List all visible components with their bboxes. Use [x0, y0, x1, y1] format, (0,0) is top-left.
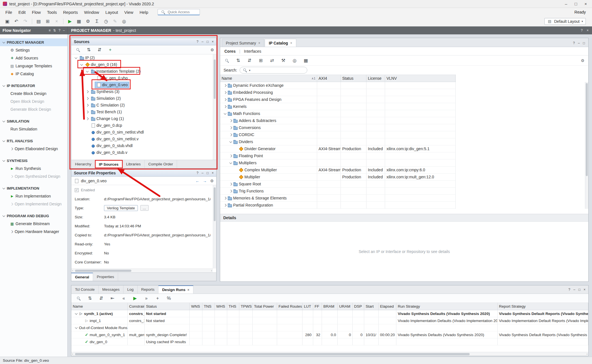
nav-help-icon[interactable]: ?: [59, 28, 61, 32]
panel-minimize-icon[interactable]: –: [202, 171, 204, 175]
nav-scroll-icon[interactable]: ⇅: [53, 28, 56, 32]
panel-close-icon[interactable]: ×: [212, 40, 214, 44]
panel-minimize-icon[interactable]: –: [578, 41, 580, 45]
runs-reset-icon[interactable]: ⇤: [108, 295, 117, 302]
nav-open-hardware-manager[interactable]: Open Hardware Manager: [0, 228, 67, 236]
toolbar-icon[interactable]: [32, 19, 32, 24]
expander-icon[interactable]: [85, 89, 89, 94]
sources-search-icon[interactable]: [74, 46, 83, 54]
ip-details-view-icon[interactable]: ▦: [301, 57, 310, 64]
column-lut[interactable]: LUT: [302, 303, 313, 310]
expander-icon[interactable]: [74, 311, 78, 316]
context-help-icon[interactable]: ?: [581, 28, 583, 32]
ip-search-input[interactable]: ▾: [240, 67, 307, 74]
runs-collapse-all-icon[interactable]: ⇅: [85, 295, 94, 302]
nav-minimize-icon[interactable]: –: [63, 28, 65, 32]
column-tns[interactable]: TNS: [202, 303, 215, 310]
column-total-power[interactable]: Total Power: [253, 303, 277, 310]
board-icon[interactable]: ▦: [74, 18, 83, 25]
expander-icon[interactable]: [223, 97, 227, 102]
ip-catalog-row[interactable]: Multipliers: [220, 159, 456, 167]
tab-interfaces[interactable]: Interfaces: [244, 49, 261, 54]
nav-settings[interactable]: Settings: [0, 46, 67, 54]
panel-maximize-icon[interactable]: □: [583, 41, 585, 45]
source-tree-item[interactable]: IP (2): [71, 54, 213, 61]
column-start[interactable]: Start: [364, 303, 379, 310]
runs-search-icon[interactable]: [74, 295, 83, 302]
tab-reports[interactable]: Reports: [138, 285, 158, 294]
column-run-strategy[interactable]: Run Strategy: [396, 303, 498, 310]
nav-section-rtl-analysis[interactable]: RTL ANALYSIS: [0, 137, 67, 145]
panel-help-icon[interactable]: ?: [196, 40, 198, 44]
runs-step-forward-icon[interactable]: »: [142, 295, 151, 302]
source-tree-item[interactable]: div_gen_0_sim_netlist.v: [71, 136, 213, 142]
panel-maximize-icon[interactable]: □: [207, 171, 209, 175]
menu-edit[interactable]: Edit: [15, 8, 29, 16]
tab-ip-sources[interactable]: IP Sources: [95, 160, 123, 168]
nav-generate-bitstream[interactable]: Generate Bitstream: [0, 220, 67, 228]
column-wns[interactable]: WNS: [190, 303, 202, 310]
expander-icon[interactable]: [85, 69, 89, 74]
expander-icon[interactable]: [223, 111, 227, 116]
column-status[interactable]: Status: [145, 303, 190, 310]
gear-icon[interactable]: ⚙: [210, 179, 214, 183]
gear-icon[interactable]: ⚙: [581, 58, 584, 63]
ip-catalog-row[interactable]: Conversions: [220, 124, 456, 131]
column-report-strategy[interactable]: Report Strategy: [498, 303, 588, 310]
expander-icon[interactable]: [74, 56, 78, 60]
ip-catalog-row[interactable]: Complex Multiplier AXI4-Stream Productio…: [220, 167, 456, 174]
runs-expand-all-icon[interactable]: ⇵: [97, 295, 106, 302]
ip-catalog-row[interactable]: Partial Reconfiguration: [220, 202, 456, 209]
tab-hierarchy[interactable]: Hierarchy: [71, 160, 95, 168]
window-minimize-button[interactable]: –: [565, 1, 567, 6]
nav-section-ip-integrator[interactable]: IP INTEGRATOR: [0, 82, 67, 90]
column-elapsed[interactable]: Elapsed: [379, 303, 396, 310]
design-run-row[interactable]: div_gen_0 Using cached IP results: [71, 338, 588, 345]
column-ths[interactable]: THS: [227, 303, 239, 310]
tab-properties[interactable]: Properties: [93, 273, 118, 281]
gear-icon[interactable]: ⚙: [210, 48, 214, 52]
ip-catalog-row[interactable]: FPGA Features and Design: [220, 96, 456, 103]
source-tree-item[interactable]: div_gen_0_stub.vhdl: [71, 142, 213, 149]
menu-reports[interactable]: Reports: [60, 8, 81, 16]
sources-collapse-all-icon[interactable]: ⇅: [84, 46, 93, 54]
design-run-row[interactable]: Out-of-Context Module Runs: [71, 324, 588, 331]
expander-icon[interactable]: [79, 62, 84, 67]
nav-open-implemented-design[interactable]: Open Implemented Design: [0, 200, 67, 208]
column-uram[interactable]: URAM: [338, 303, 353, 310]
design-runs-hscrollbar[interactable]: ‹›: [71, 352, 588, 356]
nav-open-block-design[interactable]: Open Block Design: [0, 97, 67, 105]
nav-ip-catalog[interactable]: IP Catalog: [0, 70, 67, 78]
report-icon[interactable]: ▤: [34, 18, 43, 25]
runs-create-icon[interactable]: +: [153, 295, 162, 302]
tab-tcl-console[interactable]: Tcl Console: [71, 285, 99, 294]
column-bram[interactable]: BRAM: [322, 303, 338, 310]
menu-layout[interactable]: Layout: [102, 8, 121, 16]
sum-icon[interactable]: Σ: [92, 18, 101, 25]
nav-run-implementation[interactable]: Run Implementation: [0, 192, 67, 200]
column-ff[interactable]: FF: [313, 303, 322, 310]
copy-icon[interactable]: ⊞: [43, 18, 52, 25]
save-icon[interactable]: ▣: [3, 18, 12, 25]
properties-hscrollbar[interactable]: ‹›: [71, 268, 213, 272]
back-arrow-icon[interactable]: ←: [195, 179, 199, 183]
ip-catalog-row[interactable]: Embedded Processing: [220, 89, 456, 96]
sources-add-icon[interactable]: +: [106, 46, 115, 54]
menu-flow[interactable]: Flow: [29, 8, 44, 16]
menu-help[interactable]: Help: [136, 8, 151, 16]
expander-icon[interactable]: [228, 161, 233, 165]
window-close-button[interactable]: ×: [584, 1, 587, 6]
ip-catalog-row[interactable]: Square Root: [220, 181, 456, 188]
nav-section-implementation[interactable]: IMPLEMENTATION: [0, 184, 67, 192]
ip-catalog-scrollbar[interactable]: [585, 82, 588, 209]
expander-icon[interactable]: [228, 189, 233, 193]
tab-cores[interactable]: Cores: [224, 49, 236, 54]
ip-add-repository-icon[interactable]: ⊞: [256, 57, 265, 64]
menu-tools[interactable]: Tools: [44, 8, 60, 16]
enabled-checkbox[interactable]: ✓: [75, 188, 79, 192]
runs-launch-icon[interactable]: ▶: [131, 295, 140, 302]
column-constraints[interactable]: Constraints: [128, 303, 145, 310]
details-header[interactable]: Details: [220, 214, 588, 222]
ip-refresh-icon[interactable]: ⇄: [268, 57, 277, 64]
context-close-icon[interactable]: ×: [587, 28, 589, 32]
